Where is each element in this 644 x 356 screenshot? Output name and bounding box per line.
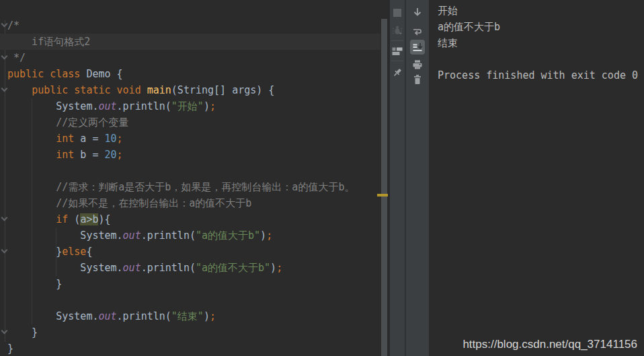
console-pane[interactable]: 开始a的值不大于b结束Process finished with exit co… xyxy=(429,0,644,356)
code-line[interactable]: System.out.println("a的值不大于b"); xyxy=(0,260,380,276)
code-line[interactable]: /* xyxy=(0,17,380,34)
console-line xyxy=(438,51,644,67)
console-line: 结束 xyxy=(438,35,644,51)
scrollbar-thumb[interactable] xyxy=(381,19,387,356)
code-line[interactable]: System.out.println("开始"); xyxy=(0,98,380,114)
editor-pane[interactable]: /* if语句格式2 */public class Demo { public … xyxy=(0,0,380,356)
code-line[interactable]: public static void main(String[] args) { xyxy=(0,82,380,98)
code-line[interactable]: if语句格式2 xyxy=(0,34,380,50)
console-line: a的值不大于b xyxy=(438,19,644,35)
print-icon[interactable] xyxy=(412,59,423,70)
code-line[interactable]: System.out.println("结束"); xyxy=(0,308,380,324)
scrollbar-caret-mark[interactable] xyxy=(377,194,388,197)
toolbar-separator xyxy=(391,40,403,41)
code-line[interactable]: //定义两个变量 xyxy=(0,114,380,131)
watermark: https://blog.csdn.net/qq_37141156 xyxy=(462,338,637,351)
console-output: 开始a的值不大于b结束Process finished with exit co… xyxy=(429,0,644,83)
editor-scrollbar[interactable] xyxy=(380,0,388,356)
code-line[interactable] xyxy=(0,163,380,179)
pin-icon[interactable] xyxy=(392,67,403,78)
code-line[interactable]: } xyxy=(0,276,380,292)
code-line[interactable]: } xyxy=(0,324,380,341)
code-line[interactable]: public class Demo { xyxy=(0,66,380,82)
code-line[interactable]: } xyxy=(0,341,380,356)
code-line[interactable]: int b = 20; xyxy=(0,147,380,163)
soft-wrap-icon[interactable] xyxy=(412,27,423,38)
code-line[interactable]: }else{ xyxy=(0,244,380,260)
code-editor[interactable]: /* if语句格式2 */public class Demo { public … xyxy=(0,0,380,356)
down-stack-trace-icon[interactable] xyxy=(412,7,423,17)
code-line[interactable]: */ xyxy=(0,50,380,66)
scroll-to-end-icon[interactable] xyxy=(410,40,425,55)
clear-all-icon[interactable] xyxy=(412,74,423,85)
restore-layout-icon[interactable] xyxy=(392,46,403,57)
code-line[interactable]: System.out.println("a的值大于b"); xyxy=(0,227,380,244)
code-line[interactable]: if (a>b){ xyxy=(0,211,380,227)
code-line[interactable]: int a = 10; xyxy=(0,131,380,147)
run-toolbar xyxy=(390,0,405,356)
console-line: Process finished with exit code 0 xyxy=(438,67,644,83)
code-line[interactable] xyxy=(0,292,380,308)
ide-run-view: /* if语句格式2 */public class Demo { public … xyxy=(0,0,644,356)
code-line[interactable]: //需求：判断a是否大于b，如果是，再控制台输出：a的值大于b。 xyxy=(0,179,380,195)
rerun-debug-icon[interactable] xyxy=(392,25,403,36)
console-line: 开始 xyxy=(438,3,644,19)
stop-icon[interactable] xyxy=(393,9,401,17)
code-line[interactable]: //如果不是，在控制台输出：a的值不大于b xyxy=(0,195,380,211)
console-toolbar xyxy=(406,0,429,356)
toolbar-separator xyxy=(391,61,403,61)
